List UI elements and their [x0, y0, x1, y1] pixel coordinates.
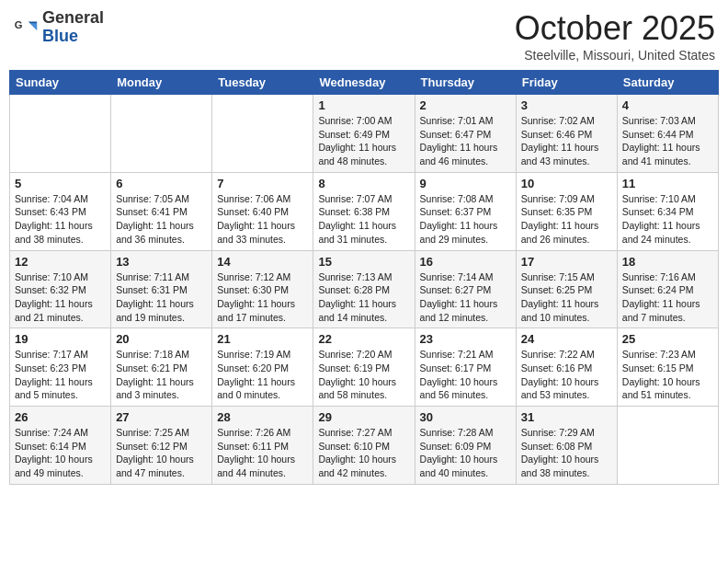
weekday-header: Tuesday: [212, 71, 313, 95]
calendar-week-row: 5Sunrise: 7:04 AM Sunset: 6:43 PM Daylig…: [10, 172, 719, 250]
day-info: Sunrise: 7:16 AM Sunset: 6:24 PM Dayligh…: [622, 270, 713, 325]
calendar-cell: 27Sunrise: 7:25 AM Sunset: 6:12 PM Dayli…: [111, 407, 212, 485]
calendar-cell: 12Sunrise: 7:10 AM Sunset: 6:32 PM Dayli…: [10, 250, 111, 328]
day-number: 10: [521, 177, 612, 190]
day-number: 13: [116, 255, 207, 269]
day-info: Sunrise: 7:10 AM Sunset: 6:32 PM Dayligh…: [15, 270, 106, 325]
day-number: 5: [15, 177, 106, 190]
day-number: 28: [217, 410, 308, 424]
weekday-header: Wednesday: [313, 71, 415, 95]
day-info: Sunrise: 7:22 AM Sunset: 6:16 PM Dayligh…: [521, 348, 612, 402]
day-number: 15: [318, 255, 409, 269]
day-info: Sunrise: 7:03 AM Sunset: 6:44 PM Dayligh…: [622, 114, 713, 168]
day-number: 4: [622, 98, 713, 112]
calendar-cell: 22Sunrise: 7:20 AM Sunset: 6:19 PM Dayli…: [313, 328, 415, 407]
day-info: Sunrise: 7:25 AM Sunset: 6:12 PM Dayligh…: [116, 426, 207, 480]
calendar-cell: 7Sunrise: 7:06 AM Sunset: 6:40 PM Daylig…: [212, 172, 313, 250]
day-info: Sunrise: 7:18 AM Sunset: 6:21 PM Dayligh…: [116, 348, 207, 402]
day-info: Sunrise: 7:09 AM Sunset: 6:35 PM Dayligh…: [521, 192, 612, 247]
weekday-header: Saturday: [617, 71, 718, 95]
svg-marker-2: [30, 23, 37, 29]
day-info: Sunrise: 7:05 AM Sunset: 6:41 PM Dayligh…: [116, 192, 207, 247]
calendar-week-row: 26Sunrise: 7:24 AM Sunset: 6:14 PM Dayli…: [10, 407, 719, 485]
logo: G General Blue: [13, 9, 104, 46]
day-number: 2: [420, 98, 511, 112]
day-number: 27: [116, 410, 207, 424]
day-info: Sunrise: 7:24 AM Sunset: 6:14 PM Dayligh…: [15, 426, 106, 480]
weekday-header: Thursday: [415, 71, 516, 95]
day-number: 1: [318, 98, 409, 112]
calendar-cell: 31Sunrise: 7:29 AM Sunset: 6:08 PM Dayli…: [516, 407, 617, 485]
day-info: Sunrise: 7:29 AM Sunset: 6:08 PM Dayligh…: [521, 426, 612, 480]
weekday-header: Sunday: [10, 71, 111, 95]
day-number: 8: [318, 177, 409, 190]
calendar-cell: 25Sunrise: 7:23 AM Sunset: 6:15 PM Dayli…: [617, 328, 718, 407]
day-info: Sunrise: 7:08 AM Sunset: 6:37 PM Dayligh…: [420, 192, 511, 247]
calendar-cell: 28Sunrise: 7:26 AM Sunset: 6:11 PM Dayli…: [212, 407, 313, 485]
calendar-cell: 3Sunrise: 7:02 AM Sunset: 6:46 PM Daylig…: [516, 95, 617, 173]
calendar-cell: 29Sunrise: 7:27 AM Sunset: 6:10 PM Dayli…: [313, 407, 415, 485]
calendar-cell: [212, 95, 313, 173]
day-number: 9: [420, 177, 511, 190]
calendar-week-row: 19Sunrise: 7:17 AM Sunset: 6:23 PM Dayli…: [10, 328, 719, 407]
logo-text: General Blue: [42, 9, 104, 46]
svg-text:G: G: [15, 19, 23, 30]
calendar-cell: 26Sunrise: 7:24 AM Sunset: 6:14 PM Dayli…: [10, 407, 111, 485]
calendar-cell: 14Sunrise: 7:12 AM Sunset: 6:30 PM Dayli…: [212, 250, 313, 328]
day-info: Sunrise: 7:26 AM Sunset: 6:11 PM Dayligh…: [217, 426, 308, 480]
day-number: 31: [521, 410, 612, 424]
day-number: 14: [217, 255, 308, 269]
day-info: Sunrise: 7:12 AM Sunset: 6:30 PM Dayligh…: [217, 270, 308, 325]
calendar-cell: 10Sunrise: 7:09 AM Sunset: 6:35 PM Dayli…: [516, 172, 617, 250]
page-header: G General Blue October 2025 Steelville, …: [9, 9, 719, 63]
logo-blue: Blue: [42, 28, 104, 46]
calendar-cell: 1Sunrise: 7:00 AM Sunset: 6:49 PM Daylig…: [313, 95, 415, 173]
day-number: 23: [420, 332, 511, 346]
day-info: Sunrise: 7:04 AM Sunset: 6:43 PM Dayligh…: [15, 192, 106, 247]
calendar-cell: 5Sunrise: 7:04 AM Sunset: 6:43 PM Daylig…: [10, 172, 111, 250]
calendar-cell: 16Sunrise: 7:14 AM Sunset: 6:27 PM Dayli…: [415, 250, 516, 328]
calendar-cell: 17Sunrise: 7:15 AM Sunset: 6:25 PM Dayli…: [516, 250, 617, 328]
day-number: 22: [318, 332, 409, 346]
calendar-cell: 13Sunrise: 7:11 AM Sunset: 6:31 PM Dayli…: [111, 250, 212, 328]
calendar-cell: [10, 95, 111, 173]
day-info: Sunrise: 7:20 AM Sunset: 6:19 PM Dayligh…: [318, 348, 409, 402]
day-number: 20: [116, 332, 207, 346]
calendar-cell: [111, 95, 212, 173]
day-info: Sunrise: 7:10 AM Sunset: 6:34 PM Dayligh…: [622, 192, 713, 247]
logo-general: General: [42, 9, 104, 28]
day-number: 3: [521, 98, 612, 112]
day-number: 6: [116, 177, 207, 190]
calendar-cell: 19Sunrise: 7:17 AM Sunset: 6:23 PM Dayli…: [10, 328, 111, 407]
title-block: October 2025 Steelville, Missouri, Unite…: [515, 9, 715, 63]
calendar-cell: 30Sunrise: 7:28 AM Sunset: 6:09 PM Dayli…: [415, 407, 516, 485]
day-info: Sunrise: 7:27 AM Sunset: 6:10 PM Dayligh…: [318, 426, 409, 480]
day-info: Sunrise: 7:01 AM Sunset: 6:47 PM Dayligh…: [420, 114, 511, 168]
day-info: Sunrise: 7:28 AM Sunset: 6:09 PM Dayligh…: [420, 426, 511, 480]
calendar-cell: 6Sunrise: 7:05 AM Sunset: 6:41 PM Daylig…: [111, 172, 212, 250]
weekday-header: Friday: [516, 71, 617, 95]
weekday-header: Monday: [111, 71, 212, 95]
day-info: Sunrise: 7:00 AM Sunset: 6:49 PM Dayligh…: [318, 114, 409, 168]
day-info: Sunrise: 7:15 AM Sunset: 6:25 PM Dayligh…: [521, 270, 612, 325]
day-number: 24: [521, 332, 612, 346]
month-title: October 2025: [515, 9, 715, 48]
day-number: 11: [622, 177, 713, 190]
day-info: Sunrise: 7:13 AM Sunset: 6:28 PM Dayligh…: [318, 270, 409, 325]
calendar-cell: 24Sunrise: 7:22 AM Sunset: 6:16 PM Dayli…: [516, 328, 617, 407]
day-info: Sunrise: 7:14 AM Sunset: 6:27 PM Dayligh…: [420, 270, 511, 325]
day-info: Sunrise: 7:06 AM Sunset: 6:40 PM Dayligh…: [217, 192, 308, 247]
day-number: 17: [521, 255, 612, 269]
calendar-cell: 4Sunrise: 7:03 AM Sunset: 6:44 PM Daylig…: [617, 95, 718, 173]
calendar-cell: 11Sunrise: 7:10 AM Sunset: 6:34 PM Dayli…: [617, 172, 718, 250]
day-info: Sunrise: 7:23 AM Sunset: 6:15 PM Dayligh…: [622, 348, 713, 402]
day-info: Sunrise: 7:02 AM Sunset: 6:46 PM Dayligh…: [521, 114, 612, 168]
day-number: 12: [15, 255, 106, 269]
calendar-week-row: 12Sunrise: 7:10 AM Sunset: 6:32 PM Dayli…: [10, 250, 719, 328]
day-number: 26: [15, 410, 106, 424]
location-subtitle: Steelville, Missouri, United States: [515, 48, 715, 63]
day-info: Sunrise: 7:19 AM Sunset: 6:20 PM Dayligh…: [217, 348, 308, 402]
calendar-cell: 2Sunrise: 7:01 AM Sunset: 6:47 PM Daylig…: [415, 95, 516, 173]
day-number: 21: [217, 332, 308, 346]
logo-icon: G: [13, 15, 39, 40]
